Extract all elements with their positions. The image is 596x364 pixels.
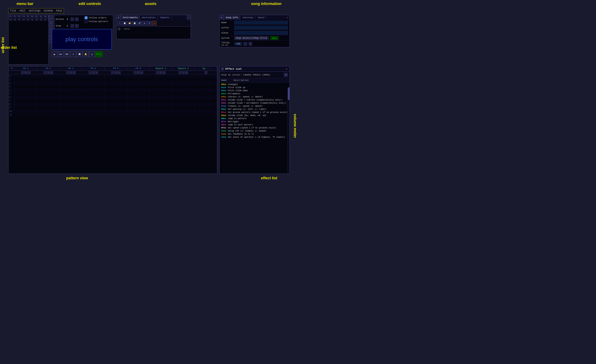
pattern-cell[interactable]: · · · · · [82,113,105,117]
pattern-cell[interactable]: · · · · · [127,106,150,110]
pattern-cell[interactable]: · · · · · [105,96,127,99]
assets-open-btn[interactable]: 📁 [127,21,132,25]
song-info-close[interactable]: ✕ [285,15,290,20]
pattern-cell[interactable]: · · · · · [37,85,60,88]
bell-btn[interactable]: 🔔 [83,51,89,57]
name-input[interactable] [234,21,288,24]
tuning-plus[interactable]: + [249,42,252,45]
ch-mute-fm1[interactable]: - [21,71,24,74]
pattern-cell[interactable]: · · · · · [127,113,150,117]
ch-right-fm1[interactable]: > [28,71,31,74]
play-next-btn[interactable]: ⏭ [64,51,70,57]
pattern-cell[interactable]: · · · · · [150,99,172,102]
pattern-cell[interactable]: · · · · · [60,113,82,117]
pattern-cell[interactable]: · · · · · [37,75,60,78]
pattern-cell[interactable]: · · · · · [172,92,195,95]
pattern-cell[interactable]: · · · · · [82,103,105,106]
pattern-cell[interactable]: · · · · · [15,75,37,78]
ch-mute-fm4[interactable]: - [89,71,91,74]
pattern-cell[interactable]: · · · · · [105,106,127,110]
poly-btn[interactable]: Poly [95,51,103,57]
pattern-cell[interactable]: · · · · · [82,99,105,102]
ch-left-fm2[interactable]: < [47,71,50,74]
pattern-cell[interactable]: · · · · · [127,82,150,85]
pattern-cell[interactable]: · · · · · [194,92,217,95]
effect-row[interactable]: 10xySetup LFO (x: enable; y: speed) [220,130,290,132]
pattern-cell[interactable]: · · · · · [172,103,195,106]
effect-row[interactable]: 00xyArpeggio [220,83,290,86]
pattern-cell[interactable]: · · · · · [172,82,195,85]
order-list-row[interactable]: 00000000 00000000 0000 [8,18,48,22]
pattern-cell[interactable]: · · · · · [127,78,150,81]
assets-add-btn[interactable]: + [117,21,122,25]
pattern-cell[interactable]: · · · · · [150,106,172,110]
pattern-cell[interactable]: · · · · · [150,110,172,113]
pattern-row[interactable]: 5· · · · ·· · · · ·· · · · ·· · · · ·· ·… [8,92,217,96]
pattern-cell[interactable]: · · · · · [15,92,37,95]
pattern-cell[interactable]: · · · · · [127,96,150,99]
pattern-cell[interactable]: · · · · · [105,110,127,113]
pattern-cell[interactable]: · · · · · [127,92,150,95]
pattern-row[interactable]: 10· · · · ·· · · · ·· · · · ·· · · · ·· … [8,110,217,113]
pattern-cell[interactable]: · · · · · [37,82,60,85]
assets-save-btn[interactable]: 💾 [132,21,137,25]
pattern-cell[interactable]: · · · · · [172,99,195,102]
assets-tab-samples[interactable]: Samples [158,15,172,20]
pattern-row[interactable]: 8· · · · ·· · · · ·· · · · ·· · · · ·· ·… [8,103,217,106]
pattern-cell[interactable]: · · · · · [150,85,172,88]
pattern-cell[interactable]: · · · · · [82,92,105,95]
play-pattern-btn[interactable]: ▶▶ [58,51,64,57]
pattern-cell[interactable]: · · · · · [15,99,37,102]
pattern-cell[interactable]: · · · · · [194,82,217,85]
menu-edit[interactable]: edit [19,9,25,12]
ch-mute-fm6[interactable]: - [134,71,137,74]
pattern-cell[interactable]: · · · · · [105,113,127,117]
pattern-cell[interactable]: · · · · · [60,75,82,78]
assets-up-btn[interactable]: ▲ [142,21,147,25]
pattern-row[interactable]: 3· · · · ·· · · · ·· · · · ·· · · · ·· ·… [8,85,217,89]
follow-pattern-checkbox[interactable] [85,20,88,23]
ol-up-btn[interactable]: ∧ [49,25,53,29]
play-btn[interactable]: ▶ [52,51,58,57]
assets-tab-instruments[interactable]: Instruments [121,15,140,20]
pattern-cell[interactable]: · · · · · [15,96,37,99]
pattern-cell[interactable]: · · · · · [37,110,60,113]
effect-row[interactable]: 0AxyVolume slide (0y: down; x0: up) [220,114,290,117]
pattern-cell[interactable]: · · · · · [105,78,127,81]
menu-help[interactable]: help [56,9,62,12]
pattern-cell[interactable]: · · · · · [194,103,217,106]
ch-right-fm2[interactable]: > [50,71,53,74]
song-info-arrow[interactable]: ▼ [220,15,224,20]
assets-delete-btn[interactable]: ✕ [152,21,157,25]
effect-list-scroll-thumb[interactable] [288,87,290,100]
pattern-cell[interactable]: · · · · · [37,89,60,92]
pattern-cell[interactable]: · · · · · [60,96,82,99]
pattern-row[interactable]: 2· · · · ·· · · · ·· · · · ·· · · · ·· ·… [8,82,217,85]
effect-row[interactable]: 12xxSet level of operator 1 (0 highest, … [220,136,290,139]
author-input[interactable] [234,26,288,29]
pattern-cell[interactable]: · · · · · [82,85,105,88]
pattern-cell[interactable]: · · · · · [60,89,82,92]
pattern-cell[interactable]: · · · · · [150,92,172,95]
ch-mute-sq2[interactable]: - [179,71,181,74]
play-down-btn[interactable]: ⬇ [70,51,76,57]
octave-plus[interactable]: + [75,18,78,21]
pattern-cell[interactable]: · · · · · [172,106,195,110]
pattern-cell[interactable]: · · · · · [82,82,105,85]
ch-right-fm6[interactable]: > [140,71,143,74]
pattern-cell[interactable]: · · · · · [150,96,172,99]
ch-left-sq1[interactable]: < [159,71,162,74]
ol-duplicate-btn[interactable]: ⧉ [49,22,53,25]
pattern-cell[interactable]: · · · · · [150,78,172,81]
ch-right-fm5[interactable]: > [118,71,121,74]
pattern-cell[interactable]: · · · · · [15,89,37,92]
menu-file[interactable]: file [10,9,16,12]
ch-left-fm5[interactable]: < [114,71,117,74]
octave-minus[interactable]: - [71,18,74,21]
pattern-cell[interactable]: · · · · · [194,89,217,92]
pattern-cell[interactable]: · · · · · [15,106,37,110]
pattern-cell[interactable]: · · · · · [194,96,217,99]
effect-row[interactable]: 0DxxJump to next pattern [220,123,290,126]
pattern-row[interactable]: 4· · · · ·· · · · ·· · · · ·· · · · ·· ·… [8,89,217,92]
song-info-tab-songinfo[interactable]: Song Info [224,15,240,20]
